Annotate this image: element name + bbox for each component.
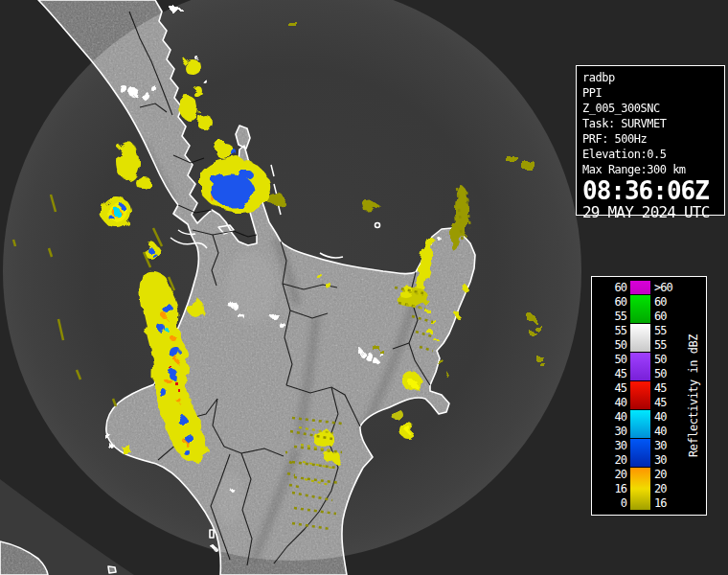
legend-grid: 6060555550504545404030302020160 >6060605… [598,281,703,511]
legend-right-label: 45 [654,396,683,410]
legend-color-block-blue-20-30 [630,439,650,467]
info-line: Max Range:300 km [582,162,718,177]
radar-display-page: { "info_panel": { "lines": ["radbp", "PP… [0,0,728,575]
legend-right-label: 55 [654,324,683,338]
legend-color-scale [630,281,650,511]
legend-right-label: 30 [654,453,683,468]
legend-left-label: 45 [598,367,626,381]
legend-left-label: 50 [598,353,626,367]
legend-left-label: 55 [598,324,626,338]
legend-left-label: 20 [598,453,626,468]
info-line: Elevation:0.5 [582,147,718,162]
legend-color-block-purple-45-50 [630,353,650,380]
legend-left-label: 50 [598,338,626,353]
legend-color-block-orange-yellow-0-20 [630,468,650,510]
legend-right-label: 50 [654,353,683,367]
legend-right-label: 60 [654,295,683,310]
legend-right-label: 50 [654,367,683,381]
scan-time: 08:36:06Z [582,177,718,204]
legend-left-label: 40 [598,410,626,425]
legend-right-label: 45 [654,381,683,396]
legend-right-label: >60 [654,281,683,295]
legend-left-label: 0 [598,496,626,511]
legend-color-block-magenta-gt60 [630,281,650,294]
info-line: radbp [582,70,718,85]
info-lines: radbpPPIZ_005_300SNCTask: SURVMETPRF: 50… [582,70,718,177]
legend-right-labels: >60606055555050454540403030202016 [654,281,683,511]
legend-left-label: 55 [598,310,626,324]
legend-right-label: 20 [654,468,683,482]
legend-right-label: 30 [654,439,683,453]
legend-left-label: 40 [598,396,626,410]
radar-info-panel: radbpPPIZ_005_300SNCTask: SURVMETPRF: 50… [576,65,725,216]
legend-axis-label: Reflectivity in dBZ [687,334,700,457]
info-line: Task: SURVMET [582,116,718,131]
info-line: PRF: 500Hz [582,131,718,147]
legend-right-label: 60 [654,310,683,324]
info-line: Z_005_300SNC [582,101,718,116]
legend-color-block-cyan-30-40 [630,410,650,438]
legend-left-label: 30 [598,425,626,439]
scan-date: 29 MAY 2024 UTC [582,204,718,220]
info-line: PPI [582,85,718,101]
legend-left-labels: 6060555550504545404030302020160 [598,281,626,511]
legend-color-block-red-40-45 [630,381,650,409]
legend-color-block-green-55-60 [630,295,650,323]
legend-right-label: 16 [654,496,683,511]
legend-left-label: 60 [598,295,626,310]
legend-left-label: 30 [598,439,626,453]
legend-left-label: 45 [598,381,626,396]
legend-left-label: 16 [598,482,626,496]
legend-left-label: 60 [598,281,626,295]
legend-right-label: 20 [654,482,683,496]
legend-right-label: 55 [654,338,683,353]
legend-right-label: 40 [654,425,683,439]
legend-title-column: Reflectivity in dBZ [683,281,703,511]
legend-left-label: 20 [598,468,626,482]
legend-color-block-white-50-55 [630,324,650,352]
reflectivity-legend: 6060555550504545404030302020160 >6060605… [591,276,707,516]
legend-right-label: 40 [654,410,683,425]
